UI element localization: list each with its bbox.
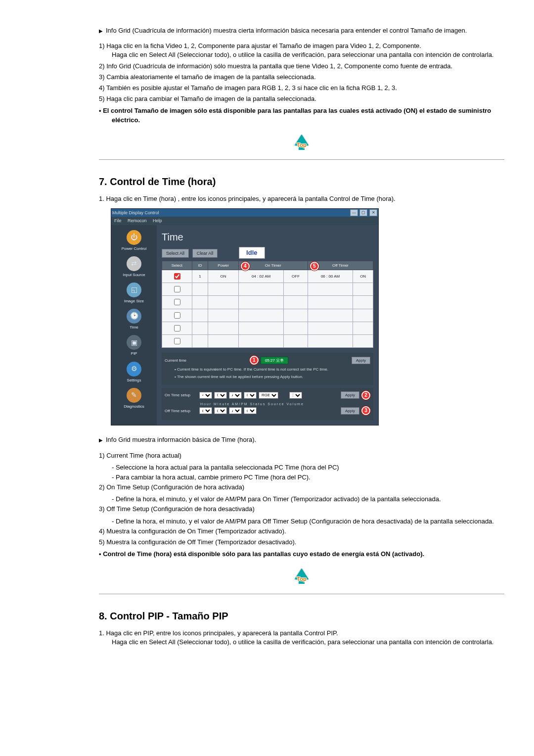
settings-icon: ⚙: [127, 362, 141, 377]
window-controls: — ▢ ✕: [350, 209, 377, 216]
intro-summary: Info Grid (Cuadrícula de información) mu…: [99, 26, 504, 35]
intro-bullet-bold: El control Tamaño de imagen sólo está di…: [99, 106, 504, 124]
time-setup-section: On Time setup 4 02 AM Off RGB1 10 Apply …: [162, 388, 373, 421]
table-row[interactable]: [162, 283, 373, 296]
input-source-icon: ⇄: [127, 256, 141, 271]
section7-after-list-3: 3) Off Time Setup (Configuración de hora…: [99, 505, 504, 514]
row-checkbox[interactable]: [174, 286, 180, 292]
apply-button-1[interactable]: Apply: [352, 357, 370, 364]
table-row[interactable]: [162, 322, 373, 334]
on-ampm-select[interactable]: AM: [229, 392, 242, 399]
s7a-item1-sub1: Seleccione la hora actual para la pantal…: [112, 463, 504, 472]
sidebar-item-imagesize[interactable]: ◱Image Size: [111, 281, 157, 307]
sidebar-label-diagnostics: Diagnostics: [124, 404, 144, 409]
table-row[interactable]: 1 ON 04 : 02 AM OFF 06 : 00 AM ON: [162, 270, 373, 283]
s7a-item2: 2) On Time Setup (Configuración de hora …: [99, 483, 504, 492]
diagnostics-icon: ✎: [127, 388, 141, 403]
on-volume-select[interactable]: 10: [289, 392, 302, 399]
off-ampm-select[interactable]: AM: [229, 407, 242, 414]
row-checkbox[interactable]: [174, 312, 180, 319]
time-icon: 🕑: [127, 309, 141, 324]
marker-4: 4: [241, 262, 250, 271]
sidebar: ⏻Power Control ⇄Input Source ◱Image Size…: [111, 225, 157, 425]
intro-item-1: 1) Haga clic en la ficha Video 1, 2, Com…: [99, 42, 504, 59]
on-status-select[interactable]: Off: [244, 392, 257, 399]
row-checkbox[interactable]: [174, 273, 180, 280]
col-id: ID: [192, 261, 208, 270]
section8-heading: 8. Control PIP - Tamaño PIP: [99, 609, 504, 623]
select-all-button[interactable]: Select All: [162, 249, 189, 258]
menu-remocon[interactable]: Remocon: [128, 218, 147, 223]
section8-line2-text: Haga clic en Select All (Seleccionar tod…: [112, 638, 493, 646]
col-off-timer: 5Off Timer: [308, 261, 373, 270]
sidebar-item-input[interactable]: ⇄Input Source: [111, 254, 157, 281]
off-status-select[interactable]: On: [244, 407, 257, 414]
sidebar-label-time: Time: [130, 325, 138, 330]
top-link-2[interactable]: Top: [99, 568, 504, 586]
intro-item-1-text: 1) Haga clic en la ficha Video 1, 2, Com…: [99, 42, 421, 49]
cell-offtime: 06 : 00 AM: [308, 270, 353, 283]
marker-1: 1: [250, 356, 259, 365]
section-divider-2: [99, 594, 504, 594]
section7-line1: 1. Haga clic en Time (hora) , entre los …: [99, 194, 504, 203]
window-maximize-icon[interactable]: ▢: [359, 209, 367, 216]
sidebar-item-settings[interactable]: ⚙Settings: [111, 360, 157, 386]
current-time-section: Current time 1 05:27 오후 Apply • Current …: [162, 353, 373, 384]
section7-after-list-4: 4) Muestra la configuración de On Timer …: [99, 527, 504, 547]
clear-all-button[interactable]: Clear All: [192, 249, 218, 258]
cell-onstate: OFF: [284, 270, 308, 283]
marker-3: 3: [361, 406, 370, 415]
off-hour-select[interactable]: 6: [199, 407, 212, 414]
marker-5: 5: [310, 262, 319, 271]
intro-item-3: 3) Cambia aleatoriamente el tamaño de im…: [99, 73, 504, 82]
sidebar-item-time[interactable]: 🕑Time: [111, 307, 157, 333]
row-checkbox[interactable]: [174, 338, 180, 344]
s7a-item5: 5) Muestra la configuración de Off Timer…: [99, 538, 504, 547]
menu-file[interactable]: File: [114, 218, 122, 223]
current-time-label: Current time: [165, 358, 186, 363]
cell-ontime: 04 : 02 AM: [238, 270, 284, 283]
main-panel: Time Select All Clear All Idle Select ID…: [157, 225, 378, 425]
row-checkbox[interactable]: [174, 325, 180, 331]
cell-id: 1: [192, 270, 208, 283]
window-minimize-icon[interactable]: —: [350, 209, 358, 216]
menu-help[interactable]: Help: [153, 218, 162, 223]
sidebar-label-input: Input Source: [123, 273, 145, 277]
s7a-item2-sub1: Define la hora, el minuto, y el valor de…: [112, 495, 504, 504]
intro-item-5: 5) Haga clic para cambiar el Tamaño de i…: [99, 94, 504, 103]
window-close-icon[interactable]: ✕: [369, 209, 377, 216]
row-checkbox[interactable]: [174, 299, 180, 305]
table-row[interactable]: [162, 309, 373, 322]
section8-list: 1. Haga clic en PIP, entre los iconos pr…: [99, 629, 504, 647]
on-hour-select[interactable]: 4: [199, 392, 212, 399]
sidebar-item-pip[interactable]: ▣PIP: [111, 333, 157, 359]
sidebar-item-diagnostics[interactable]: ✎Diagnostics: [111, 386, 157, 412]
off-minute-select[interactable]: 00: [214, 407, 227, 414]
col-off-timer-label: Off Timer: [332, 263, 349, 268]
col-select: Select: [162, 261, 192, 270]
s7a-item4: 4) Muestra la configuración de On Timer …: [99, 527, 504, 536]
on-time-setup-label: On Time setup: [165, 392, 197, 398]
section7-after-bullet: Control de Time (hora) está disponible s…: [99, 550, 504, 559]
table-row[interactable]: [162, 296, 373, 309]
pip-icon: ▣: [127, 335, 141, 350]
apply-button-3[interactable]: Apply: [341, 407, 359, 415]
section8-line1-text: 1. Haga clic en PIP, entre los iconos pr…: [99, 629, 338, 637]
intro-item-4: 4) También es posible ajustar el Tamaño …: [99, 84, 504, 93]
section7-after-list-2: 2) On Time Setup (Configuración de hora …: [99, 483, 504, 492]
intro-bullet-list: El control Tamaño de imagen sólo está di…: [99, 106, 504, 124]
cell-offstate: ON: [353, 270, 373, 283]
setup-sub-labels: Hour Minute AM/PM Status Source Volume: [200, 402, 370, 407]
menubar: File Remocon Help: [111, 217, 378, 225]
apply-button-2[interactable]: Apply: [341, 391, 359, 399]
sidebar-label-imagesize: Image Size: [124, 299, 144, 303]
note-line-2: • The shown current time will not be app…: [175, 374, 370, 379]
top-link-1[interactable]: Top: [99, 135, 504, 152]
note-line-1: • Current time is equivalent to PC time.…: [175, 367, 370, 372]
on-source-select[interactable]: RGB1: [259, 392, 278, 399]
sidebar-label-power: Power Control: [122, 246, 147, 251]
sidebar-item-power[interactable]: ⏻Power Control: [111, 228, 157, 254]
on-minute-select[interactable]: 02: [214, 392, 227, 399]
table-row[interactable]: [162, 334, 373, 347]
col-on-timer-label: On Timer: [265, 263, 281, 268]
